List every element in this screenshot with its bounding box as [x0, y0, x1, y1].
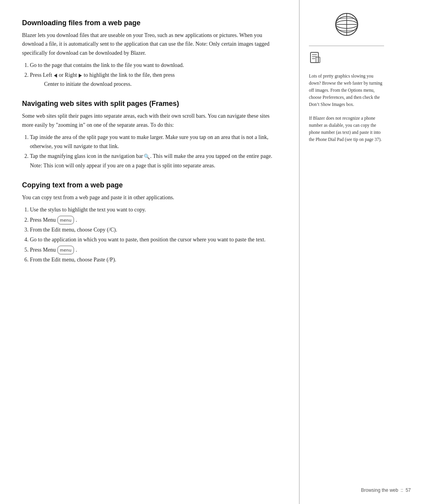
list-item: Press Left or Right to highlight the lin… — [30, 70, 280, 89]
menu-button-icon: menu — [57, 216, 74, 224]
section-title-copying: Copying text from a web page — [22, 181, 280, 189]
frames-intro: Some web sites split their pages into se… — [22, 112, 280, 130]
list-item: Tap inside the area of the split page yo… — [30, 133, 280, 151]
downloading-steps: Go to the page that contains the link to… — [30, 61, 280, 89]
globe-icon — [334, 12, 359, 37]
sidebar-divider — [309, 46, 384, 46]
magnify-icon: 🔍 — [144, 152, 150, 161]
list-item: Use the stylus to highlight the text you… — [30, 205, 280, 214]
tip-icon — [309, 52, 384, 69]
globe-icon-container — [309, 12, 384, 37]
footer: Browsing the web :: 57 — [361, 487, 411, 493]
list-item: Press Menu menu . — [30, 245, 280, 255]
footer-text: Browsing the web :: 57 — [361, 487, 411, 493]
tip-svg-icon — [309, 52, 322, 64]
copying-steps: Use the stylus to highlight the text you… — [30, 205, 280, 264]
sidebar: Lots of pretty graphics slowing you down… — [299, 0, 394, 504]
downloading-intro: Blazer lets you download files that are … — [22, 31, 280, 57]
list-item: Go to the application in which you want … — [30, 235, 280, 244]
list-item: From the Edit menu, choose Copy (/C). — [30, 225, 280, 234]
sidebar-tip2-text: If Blazer does not recognize a phone num… — [309, 115, 384, 143]
main-content: Downloading files from a web page Blazer… — [0, 0, 299, 504]
step-continuation: Center to initiate the download process. — [44, 81, 131, 87]
right-arrow-icon — [79, 74, 82, 78]
section-title-frames: Navigating web sites with split pages (F… — [22, 100, 280, 108]
section-title-downloading: Downloading files from a web page — [22, 19, 280, 27]
footer-page: 57 — [406, 487, 411, 493]
copying-intro: You can copy text from a web page and pa… — [22, 193, 280, 202]
left-arrow-icon — [54, 74, 57, 78]
svg-rect-5 — [310, 52, 318, 63]
list-item: Tap the magnifying glass icon in the nav… — [30, 152, 280, 170]
list-item: Press Menu menu . — [30, 215, 280, 225]
menu-button-icon-2: menu — [57, 246, 74, 254]
sidebar-tip2: If Blazer does not recognize a phone num… — [309, 115, 384, 143]
sidebar-tip1-text: Lots of pretty graphics slowing you down… — [309, 73, 384, 108]
footer-separator: :: — [401, 487, 403, 493]
frames-steps: Tap inside the area of the split page yo… — [30, 133, 280, 170]
sidebar-tip1: Lots of pretty graphics slowing you down… — [309, 73, 384, 108]
footer-label: Browsing the web — [361, 487, 398, 493]
list-item: From the Edit menu, choose Paste (/P). — [30, 255, 280, 264]
page-layout: Downloading files from a web page Blazer… — [0, 0, 425, 504]
list-item: Go to the page that contains the link to… — [30, 61, 280, 70]
